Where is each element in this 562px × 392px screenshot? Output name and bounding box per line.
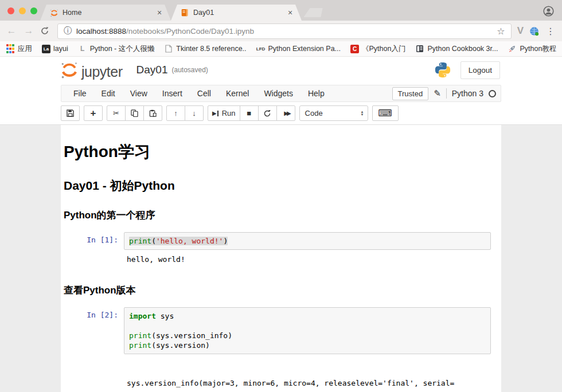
bookmark-cookbook[interactable]: Python Cookbook 3r... [415,44,498,53]
bookmark-python-blog[interactable]: L Python - 这个人很懒 [78,44,155,54]
jupyter-wordmark: jupyter [81,65,123,79]
bookmark-label: 应用 [18,44,32,54]
jupyter-logo[interactable]: jupyter [60,61,123,79]
keyboard-icon: ⌨ [378,107,392,119]
divider [446,88,447,99]
code-input[interactable]: print('hello, world!') [124,232,491,250]
bookmark-layui[interactable]: La layui [42,45,68,53]
cell-type-select[interactable]: Code ▲▼ [299,105,368,121]
code-token: 'hello, world!' [156,237,223,245]
browser-tab-home[interactable]: Home × [40,5,171,21]
bookmark-tkinter[interactable]: Tkinter 8.5 reference.. [164,44,246,53]
reload-icon[interactable] [40,26,52,36]
tab-title: Home [63,9,151,17]
cut-cell-button[interactable]: ✂ [107,105,126,121]
bookmark-python-tutorial[interactable]: Python教程 [508,44,556,54]
menu-kernel[interactable]: Kernel [218,89,256,98]
markdown-h1[interactable]: Python学习 [61,141,501,163]
restart-kernel-button[interactable] [258,105,277,121]
letter-c-icon: C [350,45,359,53]
output-line: sys.version_info(major=3, minor=6, micro… [127,378,498,388]
code-token: print [129,237,151,245]
kernel-idle-icon [489,90,496,97]
letter-l-icon: L [78,44,87,53]
move-cell-up-button[interactable]: ↑ [166,105,185,121]
logout-button[interactable]: Logout [460,61,500,79]
toolbar-row: + ✂ ↑ ↓ ▶ Run ■ ▶▶ Code [0,103,562,125]
apps-grid-icon [6,44,15,53]
profile-icon[interactable] [543,6,554,17]
chrome-menu-icon[interactable]: ⋮ [545,26,556,37]
code-token: ) [223,237,228,245]
close-tab-icon[interactable]: × [155,8,164,17]
notebook-favicon [180,8,189,17]
bookmark-python-intro[interactable]: C 《Python入门 [350,44,405,54]
notebook-page: Python学习 Day01 - 初始Python Python的第一个程序 I… [61,125,501,392]
extension-v-icon[interactable]: V [517,25,524,37]
close-window-button[interactable] [7,7,14,14]
forward-icon[interactable]: → [23,25,34,37]
markdown-h2[interactable]: Day01 - 初始Python [61,178,501,194]
bookmark-label: Python Cookbook 3r... [427,45,498,53]
code-token: ( [151,237,156,245]
bookmark-python-extension[interactable]: LFD Python Extension Pa... [256,44,341,53]
browser-tab-day01[interactable]: Day01 × [171,5,302,21]
code-token: print [129,331,151,340]
add-cell-button[interactable]: + [84,105,103,121]
url-host: localhost:8888 [76,27,126,36]
select-arrows-icon: ▲▼ [361,111,364,116]
move-cell-down-button[interactable]: ↓ [185,105,204,121]
code-input[interactable]: import sys print(sys.version_info) print… [124,307,491,354]
tab-title: Day01 [193,9,282,17]
command-palette-button[interactable]: ⌨ [372,105,399,121]
code-cell-2[interactable]: In [2]: import sys print(sys.version_inf… [61,307,501,354]
paste-cell-button[interactable] [143,105,162,121]
menu-help[interactable]: Help [300,89,332,98]
extension-globe-icon[interactable] [529,26,539,36]
url-path: /notebooks/PythonCode/Day01.ipynb [126,27,254,36]
menu-edit[interactable]: Edit [94,89,123,98]
markdown-h3-python-version[interactable]: 查看Python版本 [61,284,501,297]
save-button[interactable] [61,105,80,121]
menu-file[interactable]: File [66,89,94,98]
cell-2-output: sys.version_info(major=3, minor=6, micro… [124,354,501,392]
bookmark-label: 《Python入门 [362,44,405,54]
lfd-icon: LFD [256,44,266,53]
page-info-icon[interactable]: ⓘ [64,26,72,36]
input-prompt: In [2]: [61,307,124,354]
window-controls [7,7,37,14]
interrupt-kernel-button[interactable]: ■ [240,105,259,121]
bookmark-star-icon[interactable]: ☆ [497,26,505,37]
notebook-toolbar: + ✂ ↑ ↓ ▶ Run ■ ▶▶ Code [61,105,501,121]
cell-type-value: Code [305,109,323,117]
trusted-button[interactable]: Trusted [392,87,429,100]
book-icon [415,44,424,53]
run-cell-button[interactable]: ▶ Run [208,105,240,121]
zoom-window-button[interactable] [30,7,37,14]
menu-insert[interactable]: Insert [155,89,190,98]
markdown-h3-first-program[interactable]: Python的第一个程序 [61,209,501,222]
notebook-title[interactable]: Day01 [136,64,168,76]
bookmark-label: Tkinter 8.5 reference.. [176,45,246,53]
code-token: sys [156,312,174,320]
bookmark-apps[interactable]: 应用 [6,44,32,54]
address-bar[interactable]: ⓘ localhost:8888/notebooks/PythonCode/Da… [57,23,512,39]
notebook-area: Python学习 Day01 - 初始Python Python的第一个程序 I… [0,125,562,392]
restart-run-all-button[interactable]: ▶▶ [276,105,295,121]
rocket-icon [508,44,517,53]
step-forward-icon: ▶ [212,110,218,116]
code-token: (sys.version) [151,341,210,350]
menu-row: File Edit View Insert Cell Kernel Widget… [0,83,562,103]
code-cell-1[interactable]: In [1]: print('hello, world!') [61,232,501,250]
back-icon[interactable]: ← [6,25,17,37]
url-text: localhost:8888/notebooks/PythonCode/Day0… [76,27,492,36]
code-token: import [129,312,156,320]
menu-widgets[interactable]: Widgets [256,89,300,98]
kernel-name: Python 3 [452,89,483,98]
copy-cell-button[interactable] [125,105,144,121]
new-tab-button[interactable] [303,8,323,17]
minimize-window-button[interactable] [19,7,26,14]
close-tab-icon[interactable]: × [286,8,295,17]
menu-view[interactable]: View [123,89,155,98]
menu-cell[interactable]: Cell [190,89,218,98]
